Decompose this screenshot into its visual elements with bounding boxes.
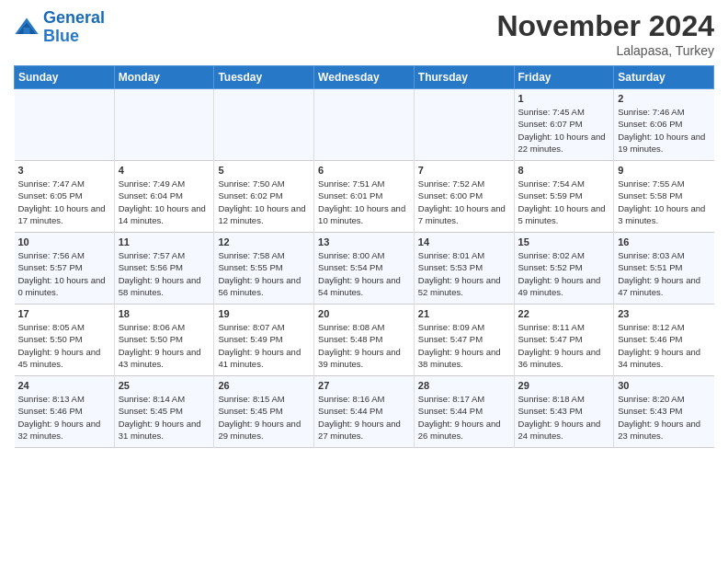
day-info: Sunrise: 7:50 AMSunset: 6:02 PMDaylight:… — [218, 178, 310, 226]
week-row-4: 17Sunrise: 8:05 AMSunset: 5:50 PMDayligh… — [15, 304, 714, 376]
day-info: Sunrise: 8:01 AMSunset: 5:53 PMDaylight:… — [418, 249, 510, 298]
day-info: Sunrise: 8:09 AMSunset: 5:47 PMDaylight:… — [418, 321, 510, 370]
cell-w3-d4: 13Sunrise: 8:00 AMSunset: 5:54 PMDayligh… — [314, 233, 415, 304]
day-info: Sunrise: 7:55 AMSunset: 5:58 PMDaylight:… — [618, 178, 710, 226]
day-info: Sunrise: 8:05 AMSunset: 5:50 PMDaylight:… — [18, 321, 110, 370]
svg-rect-2 — [24, 28, 30, 34]
day-number: 10 — [18, 236, 110, 247]
day-info: Sunrise: 7:45 AMSunset: 6:07 PMDaylight:… — [518, 106, 610, 155]
cell-w1-d2 — [114, 89, 214, 161]
day-number: 7 — [418, 165, 510, 176]
day-number: 12 — [218, 236, 310, 247]
cell-w1-d6: 1Sunrise: 7:45 AMSunset: 6:07 PMDaylight… — [514, 89, 614, 161]
day-info: Sunrise: 8:14 AMSunset: 5:45 PMDaylight:… — [119, 393, 210, 442]
logo-text: General Blue — [43, 9, 105, 46]
day-info: Sunrise: 8:11 AMSunset: 5:47 PMDaylight:… — [518, 321, 610, 370]
title-block: November 2024 Lalapasa, Turkey — [496, 9, 714, 58]
cell-w3-d6: 15Sunrise: 8:02 AMSunset: 5:52 PMDayligh… — [514, 233, 614, 304]
day-number: 3 — [18, 165, 110, 176]
day-number: 25 — [119, 380, 210, 391]
day-info: Sunrise: 7:54 AMSunset: 5:59 PMDaylight:… — [518, 178, 610, 226]
day-number: 22 — [518, 308, 610, 319]
day-info: Sunrise: 8:08 AMSunset: 5:48 PMDaylight:… — [318, 321, 410, 370]
day-info: Sunrise: 7:52 AMSunset: 6:00 PMDaylight:… — [418, 178, 510, 226]
day-number: 13 — [318, 236, 410, 247]
cell-w5-d5: 28Sunrise: 8:17 AMSunset: 5:44 PMDayligh… — [414, 376, 514, 448]
cell-w1-d5 — [414, 89, 514, 161]
day-info: Sunrise: 8:06 AMSunset: 5:50 PMDaylight:… — [119, 321, 210, 370]
col-sunday: Sunday — [15, 66, 115, 89]
col-friday: Friday — [514, 66, 614, 89]
day-info: Sunrise: 8:20 AMSunset: 5:43 PMDaylight:… — [618, 393, 710, 442]
day-info: Sunrise: 8:16 AMSunset: 5:44 PMDaylight:… — [318, 393, 410, 442]
day-number: 19 — [218, 308, 310, 319]
cell-w5-d6: 29Sunrise: 8:18 AMSunset: 5:43 PMDayligh… — [514, 376, 614, 448]
day-info: Sunrise: 7:49 AMSunset: 6:04 PMDaylight:… — [119, 178, 210, 226]
day-number: 15 — [518, 236, 610, 247]
day-info: Sunrise: 8:00 AMSunset: 5:54 PMDaylight:… — [318, 249, 410, 298]
day-info: Sunrise: 7:51 AMSunset: 6:01 PMDaylight:… — [318, 178, 410, 226]
cell-w5-d4: 27Sunrise: 8:16 AMSunset: 5:44 PMDayligh… — [314, 376, 415, 448]
col-thursday: Thursday — [414, 66, 514, 89]
logo: General Blue — [14, 9, 105, 46]
day-info: Sunrise: 8:17 AMSunset: 5:44 PMDaylight:… — [418, 393, 510, 442]
week-row-3: 10Sunrise: 7:56 AMSunset: 5:57 PMDayligh… — [15, 233, 714, 304]
day-info: Sunrise: 7:46 AMSunset: 6:06 PMDaylight:… — [618, 106, 710, 155]
header-row: Sunday Monday Tuesday Wednesday Thursday… — [15, 66, 714, 89]
cell-w4-d3: 19Sunrise: 8:07 AMSunset: 5:49 PMDayligh… — [214, 304, 314, 376]
cell-w1-d7: 2Sunrise: 7:46 AMSunset: 6:06 PMDaylight… — [614, 89, 714, 161]
day-number: 29 — [518, 380, 610, 391]
day-number: 6 — [318, 165, 410, 176]
day-number: 26 — [218, 380, 310, 391]
month-title: November 2024 — [496, 9, 714, 43]
day-info: Sunrise: 7:58 AMSunset: 5:55 PMDaylight:… — [218, 249, 310, 298]
day-info: Sunrise: 8:07 AMSunset: 5:49 PMDaylight:… — [218, 321, 310, 370]
cell-w3-d5: 14Sunrise: 8:01 AMSunset: 5:53 PMDayligh… — [414, 233, 514, 304]
cell-w4-d7: 23Sunrise: 8:12 AMSunset: 5:46 PMDayligh… — [614, 304, 714, 376]
cell-w4-d4: 20Sunrise: 8:08 AMSunset: 5:48 PMDayligh… — [314, 304, 415, 376]
day-info: Sunrise: 8:12 AMSunset: 5:46 PMDaylight:… — [618, 321, 710, 370]
day-info: Sunrise: 8:18 AMSunset: 5:43 PMDaylight:… — [518, 393, 610, 442]
cell-w3-d7: 16Sunrise: 8:03 AMSunset: 5:51 PMDayligh… — [614, 233, 714, 304]
week-row-1: 1Sunrise: 7:45 AMSunset: 6:07 PMDaylight… — [15, 89, 714, 161]
col-monday: Monday — [114, 66, 214, 89]
day-number: 2 — [618, 93, 710, 104]
day-number: 20 — [318, 308, 410, 319]
cell-w5-d7: 30Sunrise: 8:20 AMSunset: 5:43 PMDayligh… — [614, 376, 714, 448]
day-number: 17 — [18, 308, 110, 319]
cell-w3-d3: 12Sunrise: 7:58 AMSunset: 5:55 PMDayligh… — [214, 233, 314, 304]
cell-w1-d1 — [15, 89, 115, 161]
cell-w2-d6: 8Sunrise: 7:54 AMSunset: 5:59 PMDaylight… — [514, 161, 614, 233]
day-number: 16 — [618, 236, 710, 247]
day-info: Sunrise: 8:13 AMSunset: 5:46 PMDaylight:… — [18, 393, 110, 442]
cell-w3-d1: 10Sunrise: 7:56 AMSunset: 5:57 PMDayligh… — [15, 233, 115, 304]
day-number: 1 — [518, 93, 610, 104]
cell-w4-d5: 21Sunrise: 8:09 AMSunset: 5:47 PMDayligh… — [414, 304, 514, 376]
cell-w5-d3: 26Sunrise: 8:15 AMSunset: 5:45 PMDayligh… — [214, 376, 314, 448]
cell-w2-d1: 3Sunrise: 7:47 AMSunset: 6:05 PMDaylight… — [15, 161, 115, 233]
day-number: 4 — [119, 165, 210, 176]
location-subtitle: Lalapasa, Turkey — [496, 43, 714, 58]
day-number: 28 — [418, 380, 510, 391]
cell-w5-d2: 25Sunrise: 8:14 AMSunset: 5:45 PMDayligh… — [114, 376, 214, 448]
logo-icon — [14, 15, 40, 40]
cell-w2-d3: 5Sunrise: 7:50 AMSunset: 6:02 PMDaylight… — [214, 161, 314, 233]
day-number: 9 — [618, 165, 710, 176]
cell-w4-d6: 22Sunrise: 8:11 AMSunset: 5:47 PMDayligh… — [514, 304, 614, 376]
day-info: Sunrise: 8:03 AMSunset: 5:51 PMDaylight:… — [618, 249, 710, 298]
day-number: 11 — [119, 236, 210, 247]
page-container: General Blue November 2024 Lalapasa, Tur… — [0, 0, 728, 457]
day-info: Sunrise: 8:02 AMSunset: 5:52 PMDaylight:… — [518, 249, 610, 298]
header: General Blue November 2024 Lalapasa, Tur… — [14, 9, 714, 58]
day-number: 23 — [618, 308, 710, 319]
cell-w2-d2: 4Sunrise: 7:49 AMSunset: 6:04 PMDaylight… — [114, 161, 214, 233]
cell-w3-d2: 11Sunrise: 7:57 AMSunset: 5:56 PMDayligh… — [114, 233, 214, 304]
day-info: Sunrise: 8:15 AMSunset: 5:45 PMDaylight:… — [218, 393, 310, 442]
day-number: 24 — [18, 380, 110, 391]
cell-w2-d5: 7Sunrise: 7:52 AMSunset: 6:00 PMDaylight… — [414, 161, 514, 233]
calendar-table: Sunday Monday Tuesday Wednesday Thursday… — [14, 65, 714, 448]
cell-w5-d1: 24Sunrise: 8:13 AMSunset: 5:46 PMDayligh… — [15, 376, 115, 448]
cell-w2-d7: 9Sunrise: 7:55 AMSunset: 5:58 PMDaylight… — [614, 161, 714, 233]
week-row-2: 3Sunrise: 7:47 AMSunset: 6:05 PMDaylight… — [15, 161, 714, 233]
day-info: Sunrise: 7:47 AMSunset: 6:05 PMDaylight:… — [18, 178, 110, 226]
